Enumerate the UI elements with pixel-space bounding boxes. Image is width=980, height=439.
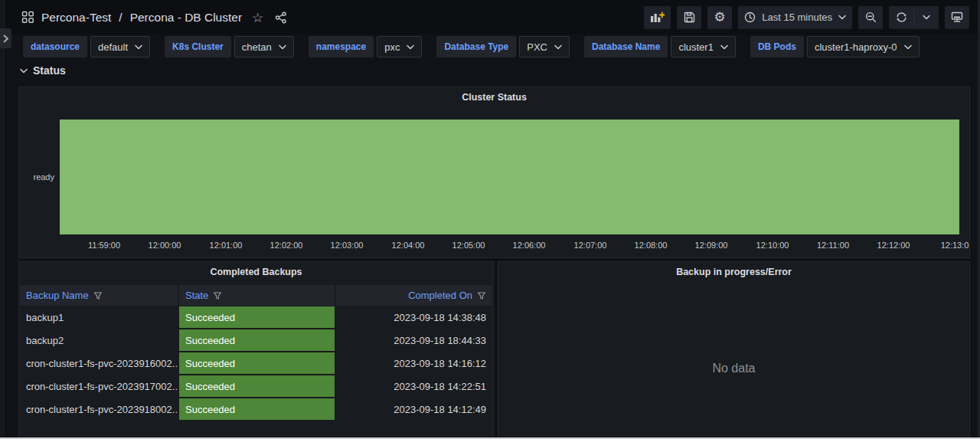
panel-completed-backups: Completed Backups Backup Name State Comp… — [18, 261, 494, 438]
variable-label-database-type: Database Type — [436, 36, 516, 57]
x-tick: 12:06:00 — [513, 241, 546, 250]
cell-backup-name: cron-cluster1-fs-pvc-2023916002... — [20, 352, 178, 375]
star-icon[interactable]: ☆ — [252, 10, 263, 25]
variable-k8s-cluster: K8s Cluster chetan — [165, 36, 294, 57]
chevron-down-icon — [407, 44, 414, 50]
table-body: backup1 Succeeded 2023-09-18 14:38:48 ba… — [20, 306, 492, 421]
time-range-label: Last 15 minutes — [762, 11, 832, 23]
x-tick: 12:01:00 — [210, 241, 243, 250]
breadcrumb-folder[interactable]: Percona-Test — [41, 11, 111, 25]
refresh-interval-button[interactable] — [914, 6, 939, 29]
column-header-completed-on[interactable]: Completed On — [336, 285, 492, 306]
variable-select-database-name[interactable]: cluster1 — [671, 36, 736, 57]
variable-label-database-name: Database Name — [584, 36, 668, 57]
chevron-down-icon — [923, 15, 930, 20]
template-variables-row: datasource default K8s Cluster chetan na… — [23, 36, 972, 57]
variable-select-db-pods[interactable]: cluster1-haproxy-0 — [807, 36, 920, 57]
panel-title-completed-backups[interactable]: Completed Backups — [19, 267, 493, 277]
status-row-collapse-button[interactable]: Status — [20, 64, 66, 77]
x-tick: 12:11:00 — [817, 241, 849, 250]
cell-state: Succeeded — [179, 306, 335, 328]
variable-database-name: Database Name cluster1 — [584, 36, 736, 57]
table-row: cron-cluster1-fs-pvc-2023918002... Succe… — [20, 398, 492, 421]
monitor-icon — [951, 11, 963, 23]
refresh-icon — [896, 11, 907, 23]
variable-value: chetan — [242, 41, 272, 53]
share-icon[interactable] — [275, 11, 287, 24]
section-title: Status — [33, 64, 66, 77]
filter-icon[interactable] — [213, 291, 222, 300]
x-tick: 12:07:00 — [574, 241, 607, 250]
time-range-picker[interactable]: Last 15 minutes — [738, 6, 852, 29]
x-tick: 12:13:0 — [941, 241, 969, 250]
table-row: backup2 Succeeded 2023-09-18 18:44:33 — [20, 329, 492, 352]
chevron-down-icon — [554, 44, 562, 50]
sidebar-collapsed-strip — [0, 0, 6, 439]
variable-value: PXC — [527, 41, 547, 53]
chevron-down-icon — [279, 44, 286, 50]
variable-select-namespace[interactable]: pxc — [377, 36, 422, 57]
refresh-button[interactable] — [889, 6, 913, 29]
chevron-down-icon — [135, 44, 142, 50]
save-icon — [684, 11, 695, 23]
chevron-down-icon — [904, 44, 912, 50]
search-minus-icon — [865, 11, 877, 23]
table-header-row: Backup Name State Completed On — [20, 285, 492, 306]
filter-icon[interactable] — [477, 291, 486, 300]
cell-state: Succeeded — [179, 398, 335, 420]
header-toolbar: ⚙ Last 15 minutes — [644, 6, 969, 29]
x-tick: 12:02:00 — [270, 241, 303, 250]
cell-state: Succeeded — [179, 329, 335, 351]
refresh-button-group — [889, 6, 939, 29]
variable-value: cluster1 — [678, 41, 714, 53]
filter-icon[interactable] — [93, 291, 103, 300]
variable-db-pods: DB Pods cluster1-haproxy-0 — [750, 36, 920, 57]
variable-label-k8s-cluster: K8s Cluster — [165, 36, 231, 57]
cell-completed-on: 2023-09-18 18:44:33 — [336, 329, 492, 352]
chevron-down-icon — [20, 68, 28, 74]
chevron-down-icon — [720, 44, 728, 50]
column-header-state[interactable]: State — [179, 285, 335, 306]
dashboard-settings-button[interactable]: ⚙ — [707, 6, 732, 29]
x-tick: 12:08:00 — [635, 241, 668, 250]
column-header-backup-name[interactable]: Backup Name — [20, 285, 178, 306]
apps-grid-icon[interactable] — [21, 11, 34, 24]
column-header-label: Completed On — [408, 290, 472, 301]
variable-database-type: Database Type PXC — [436, 36, 570, 57]
variable-label-namespace: namespace — [309, 36, 374, 57]
row-status: Status — [20, 64, 66, 77]
variable-select-k8s-cluster[interactable]: chetan — [234, 36, 294, 57]
cell-backup-name: cron-cluster1-fs-pvc-2023917002... — [20, 375, 178, 398]
x-tick: 12:03:00 — [331, 241, 364, 250]
save-dashboard-button[interactable] — [677, 6, 701, 29]
sidebar-expand-button[interactable] — [0, 28, 11, 48]
x-tick: 12:05:00 — [452, 241, 485, 250]
cell-backup-name: backup1 — [20, 306, 178, 329]
variable-select-database-type[interactable]: PXC — [519, 36, 570, 57]
panel-cluster-status: Cluster Status ready 11:59:00 12:00:00 1… — [18, 87, 970, 258]
panel-title-backup-in-progress[interactable]: Backup in progress/Error — [498, 267, 969, 277]
clock-icon — [744, 11, 756, 23]
cell-backup-name: backup2 — [20, 329, 178, 352]
x-tick: 12:10:00 — [756, 241, 789, 250]
x-tick: 12:00:00 — [149, 241, 181, 250]
cell-state: Succeeded — [179, 352, 335, 374]
time-axis: 11:59:00 12:00:00 12:01:00 12:02:00 12:0… — [19, 87, 969, 257]
x-tick: 12:04:00 — [392, 241, 425, 250]
variable-value: cluster1-haproxy-0 — [815, 41, 897, 53]
cycle-view-button[interactable] — [945, 6, 969, 29]
x-tick: 12:12:00 — [877, 241, 910, 250]
variable-label-db-pods: DB Pods — [750, 36, 804, 57]
table-row: backup1 Succeeded 2023-09-18 14:38:48 — [20, 306, 492, 329]
add-panel-icon — [650, 11, 665, 24]
variable-datasource: datasource default — [23, 36, 150, 57]
zoom-out-button[interactable] — [858, 6, 883, 29]
chevron-right-icon — [3, 34, 9, 43]
breadcrumb-dashboard: Percona - DB Cluster — [130, 11, 242, 25]
variable-namespace: namespace pxc — [309, 36, 423, 57]
variable-select-datasource[interactable]: default — [90, 36, 150, 57]
add-panel-button[interactable] — [644, 6, 671, 29]
variable-value: default — [98, 41, 128, 53]
no-data-message: No data — [498, 362, 969, 375]
dashboard-header: Percona-Test / Percona - DB Cluster ☆ ⚙ … — [6, 0, 980, 34]
